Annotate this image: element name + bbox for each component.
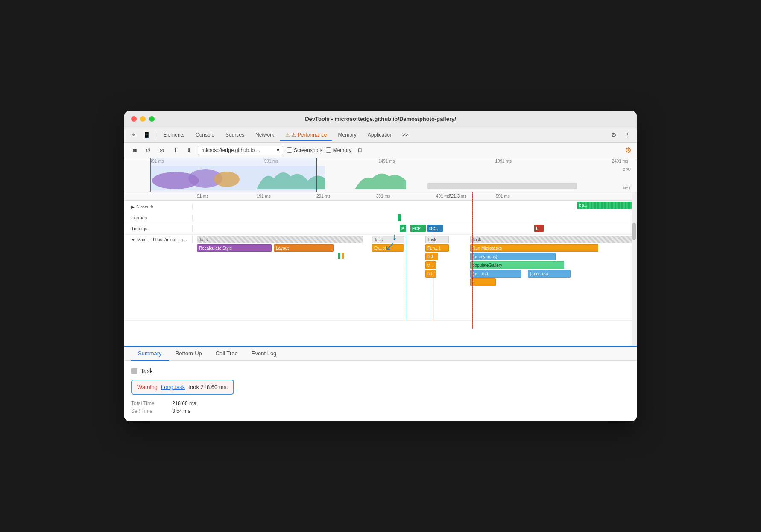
tab-performance[interactable]: ⚠ ⚠ Performance bbox=[280, 129, 332, 140]
scrollbar-thumb[interactable] bbox=[632, 223, 636, 240]
cpu-label: CPU bbox=[623, 167, 631, 172]
gear-icon[interactable]: ⚙ bbox=[608, 129, 620, 141]
dropdown-icon[interactable]: ▾ bbox=[277, 147, 279, 153]
total-time-row: Total Time 218.60 ms bbox=[131, 400, 630, 406]
tab-bottom-up[interactable]: Bottom-Up bbox=[169, 347, 209, 361]
memory-checkbox[interactable] bbox=[326, 147, 331, 153]
tab-application[interactable]: Application bbox=[363, 129, 398, 140]
inspect-icon[interactable]: ⌖ bbox=[128, 129, 140, 141]
net-label: NET bbox=[623, 186, 631, 190]
network-track-label: ▶ Network bbox=[124, 203, 193, 210]
main-track-label: ▼ Main — https://micro…gallery/ bbox=[124, 235, 193, 243]
tab-event-log[interactable]: Event Log bbox=[245, 347, 284, 361]
main-task-4[interactable]: Task bbox=[470, 236, 637, 243]
ruler-91ms: 91 ms bbox=[197, 194, 208, 199]
fun-ll-bar[interactable]: Fun...ll bbox=[425, 244, 449, 252]
download-button[interactable]: ⬇ bbox=[184, 145, 194, 155]
timings-track: Timings P FCP DCL L bbox=[124, 222, 637, 235]
url-display: microsoftedge.github.io ... ▾ bbox=[198, 146, 283, 155]
warning-row: Warning Long task took 218.60 ms. bbox=[131, 380, 234, 395]
timing-p-badge[interactable]: P bbox=[400, 225, 406, 232]
selection-left-handle[interactable] bbox=[150, 158, 151, 192]
tab-sources[interactable]: Sources bbox=[220, 129, 249, 140]
cpu-throttle-icon[interactable]: 🖥 bbox=[355, 145, 365, 155]
reload-record-button[interactable]: ↺ bbox=[143, 145, 153, 155]
main-task-3[interactable]: Task bbox=[425, 236, 449, 243]
an-us-bar2[interactable]: (ano...us) bbox=[528, 270, 571, 278]
timing-fcp-badge[interactable]: FCP bbox=[410, 225, 426, 232]
self-time-label: Self Time bbox=[131, 408, 165, 414]
vi-bar[interactable]: vi bbox=[425, 261, 436, 269]
total-time-label: Total Time bbox=[131, 400, 165, 406]
task-title: Task bbox=[140, 368, 153, 374]
layout-bar[interactable]: Layout bbox=[274, 244, 334, 252]
tab-elements[interactable]: Elements bbox=[158, 129, 190, 140]
tab-summary[interactable]: Summary bbox=[131, 347, 169, 361]
main-track: ▼ Main — https://micro…gallery/ Task Tas… bbox=[124, 235, 637, 321]
red-marker-line bbox=[472, 192, 473, 329]
selection-right-handle[interactable] bbox=[316, 158, 317, 192]
screenshots-checkbox[interactable] bbox=[287, 147, 292, 153]
tab-call-tree[interactable]: Call Tree bbox=[209, 347, 245, 361]
ruler-491ms: 491 ms bbox=[436, 194, 450, 199]
frames-track-label: Frames bbox=[124, 214, 193, 221]
ruler-591ms: 591 ms bbox=[496, 194, 510, 199]
run-microtasks-bar[interactable]: Run Microtasks bbox=[470, 244, 598, 252]
devtools-window: DevTools - microsoftedge.github.io/Demos… bbox=[124, 111, 637, 421]
memory-checkbox-group: Memory bbox=[326, 147, 351, 153]
an-us-bar1[interactable]: (an...us) bbox=[470, 270, 521, 278]
frames-track-content[interactable] bbox=[193, 213, 637, 222]
svg-rect-3 bbox=[427, 183, 577, 189]
anonymous-bar[interactable]: (anonymous) bbox=[470, 253, 556, 260]
main-track-url: Main — https://micro…gallery/ bbox=[137, 237, 189, 242]
upload-button[interactable]: ⬆ bbox=[170, 145, 181, 155]
more-icon[interactable]: ⋮ bbox=[621, 129, 633, 141]
timings-track-content[interactable]: P FCP DCL L bbox=[193, 222, 637, 234]
bottom-tab-bar: Summary Bottom-Up Call Tree Event Log bbox=[124, 347, 637, 361]
network-track: ▶ Network DS... bbox=[124, 201, 637, 213]
network-ds-bar[interactable]: DS... bbox=[577, 202, 637, 209]
f-bar[interactable]: f... bbox=[470, 278, 496, 286]
tab-console[interactable]: Console bbox=[190, 129, 220, 140]
main-track-content[interactable]: Task Task Task Task Recalculate Style La… bbox=[193, 235, 637, 320]
record-button[interactable]: ⏺ bbox=[129, 145, 140, 155]
network-track-content[interactable]: DS... bbox=[193, 201, 637, 213]
overview-time-491: 491 ms bbox=[150, 159, 164, 164]
performance-toolbar: ⏺ ↺ ⊘ ⬆ ⬇ microsoftedge.github.io ... ▾ … bbox=[124, 143, 637, 158]
long-task-link[interactable]: Long task bbox=[161, 384, 185, 390]
settings-cog-icon[interactable]: ⚙ bbox=[625, 146, 632, 155]
main-track-expand-icon[interactable]: ▼ bbox=[131, 237, 135, 242]
network-expand-icon[interactable]: ▶ bbox=[131, 205, 135, 209]
timing-l-badge[interactable]: L bbox=[534, 225, 544, 232]
vline-blue-2 bbox=[433, 235, 433, 320]
device-icon[interactable]: 📱 bbox=[140, 129, 152, 141]
timing-dcl-badge[interactable]: DCL bbox=[427, 225, 443, 232]
overview-time-1491: 1491 ms bbox=[378, 159, 395, 164]
cpu-chart bbox=[150, 166, 611, 190]
main-task-1[interactable]: Task bbox=[197, 236, 363, 243]
tab-network[interactable]: Network bbox=[250, 129, 279, 140]
tab-more-button[interactable]: >> bbox=[399, 130, 412, 140]
timeline-container: 491 ms 991 ms 1491 ms 1991 ms 2491 ms bbox=[124, 158, 637, 421]
task-header: Task bbox=[131, 368, 630, 374]
screenshots-checkbox-group: Screenshots bbox=[287, 147, 322, 153]
maximize-button[interactable] bbox=[149, 116, 155, 122]
devtools-tab-bar: ⌖ 📱 Elements Console Sources Network ⚠ ⚠… bbox=[124, 127, 637, 143]
ruler-391ms: 391 ms bbox=[376, 194, 390, 199]
clear-button[interactable]: ⊘ bbox=[157, 145, 167, 155]
minimize-button[interactable] bbox=[140, 116, 146, 122]
recalculate-style-bar[interactable]: Recalculate Style bbox=[197, 244, 272, 252]
warning-icon: ⚠ bbox=[285, 132, 291, 138]
main-task-2[interactable]: Task bbox=[372, 236, 404, 243]
timings-track-label: Timings bbox=[124, 225, 193, 232]
timeline-scrollbar[interactable] bbox=[632, 192, 637, 346]
ev-pt-bar[interactable]: Ev...pt bbox=[372, 244, 404, 252]
tij-bar[interactable]: ti.J bbox=[425, 253, 438, 260]
svg-rect-4 bbox=[150, 166, 325, 190]
ruler-291ms: 291 ms bbox=[316, 194, 331, 199]
close-button[interactable] bbox=[131, 116, 137, 122]
tab-memory[interactable]: Memory bbox=[333, 129, 361, 140]
overview-time-1991: 1991 ms bbox=[495, 159, 511, 164]
populate-gallery-bar[interactable]: populateGallery bbox=[470, 261, 564, 269]
tif-bar[interactable]: ti.F bbox=[425, 270, 436, 278]
